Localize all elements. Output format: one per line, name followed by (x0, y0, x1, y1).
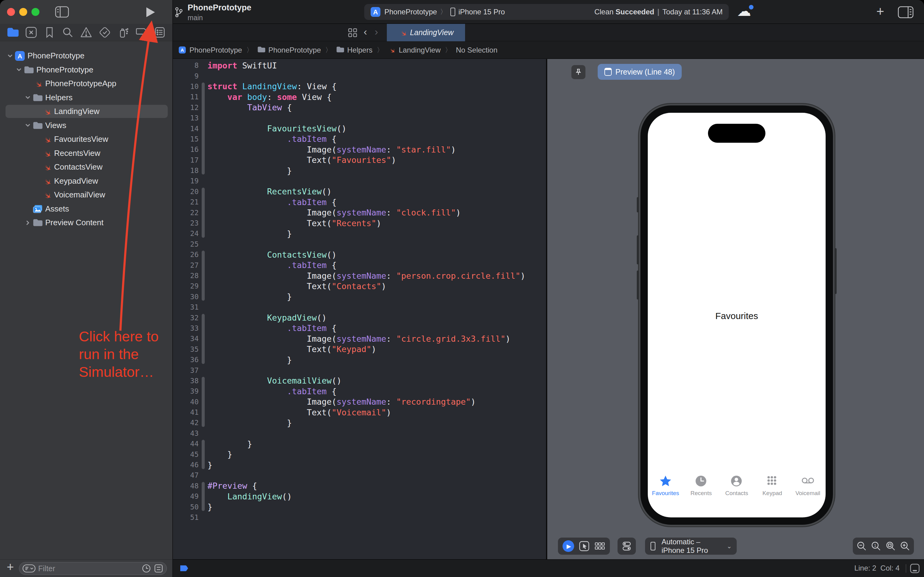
disclosure-chevron-icon[interactable] (24, 219, 32, 227)
recent-files-icon[interactable] (142, 564, 151, 573)
code-line-24[interactable]: 24} (173, 228, 546, 239)
zoom-in-button[interactable] (900, 541, 911, 552)
breadcrumb-item-landingview[interactable]: LandingView (388, 46, 441, 55)
code-line-33[interactable]: 33.tabItem { (173, 323, 546, 334)
code-line-39[interactable]: 39.tabItem { (173, 386, 546, 396)
tab-landingview[interactable]: LandingView (387, 24, 465, 41)
code-line-19[interactable]: 19 (173, 176, 546, 186)
pin-preview-button[interactable] (571, 65, 586, 79)
live-preview-button[interactable]: ▶ (563, 540, 574, 552)
preview-device-selector[interactable]: Automatic – iPhone 15 Pro ⌄ (645, 538, 737, 555)
ios-tab-keypad[interactable]: Keypad (754, 475, 790, 501)
related-items-icon[interactable] (348, 28, 357, 38)
breadcrumb-item-no-selection[interactable]: No Selection (456, 46, 497, 55)
code-line-22[interactable]: 22Image(systemName: "clock.fill") (173, 207, 546, 218)
code-line-8[interactable]: 8import SwiftUI (173, 60, 546, 71)
code-line-18[interactable]: 18} (173, 165, 546, 176)
filter-field[interactable]: Filter (19, 562, 167, 575)
scheme-app-name[interactable]: PhonePrototype (385, 8, 437, 16)
sidebar-item-landingview[interactable]: LandingView (0, 105, 173, 118)
disclosure-chevron-icon[interactable] (24, 93, 32, 102)
statusbar-device-icon[interactable] (909, 563, 921, 574)
code-line-14[interactable]: 14FavouritesView() (173, 123, 546, 134)
sidebar-item-phoneprototype[interactable]: APhonePrototype (0, 49, 173, 63)
zoom-out-button[interactable] (856, 541, 867, 552)
code-line-46[interactable]: 46} (173, 459, 546, 470)
code-line-13[interactable]: 13 (173, 113, 546, 123)
code-line-47[interactable]: 47 (173, 470, 546, 480)
run-play-button[interactable] (145, 7, 156, 18)
selectable-mode-button[interactable] (579, 541, 590, 552)
sidebar-item-recentsview[interactable]: RecentsView (0, 147, 173, 160)
code-line-38[interactable]: 38VoicemailView() (173, 376, 546, 386)
code-line-20[interactable]: 20RecentsView() (173, 187, 546, 197)
library-add-button[interactable]: + (876, 4, 884, 19)
code-line-50[interactable]: 50} (173, 501, 546, 512)
code-line-37[interactable]: 37 (173, 365, 546, 375)
code-line-51[interactable]: 51 (173, 512, 546, 522)
sidebar-item-voicemailview[interactable]: VoicemailView (0, 188, 173, 202)
code-line-21[interactable]: 21.tabItem { (173, 197, 546, 207)
preview-pill-button[interactable]: Preview (Line 48) (598, 64, 682, 80)
build-status[interactable]: Clean Succeeded|Today at 11:36 AM (594, 8, 723, 16)
inspector-toggle-icon[interactable] (898, 6, 914, 18)
code-lines[interactable]: 8import SwiftUI910struct LandingView: Vi… (173, 60, 546, 522)
close-button[interactable] (7, 8, 15, 16)
find-navigator-icon[interactable] (62, 26, 74, 39)
code-line-41[interactable]: 41Text("Voicemail") (173, 407, 546, 417)
sidebar-item-preview-content[interactable]: Preview Content (0, 216, 173, 229)
device-settings-button[interactable] (621, 541, 632, 552)
variants-grid-button[interactable] (594, 541, 605, 552)
sidebar-item-views[interactable]: Views (0, 119, 173, 132)
ios-tab-favourites[interactable]: Favourites (648, 475, 683, 501)
scheme-device-name[interactable]: iPhone 15 Pro (458, 8, 505, 16)
code-line-17[interactable]: 17Text("Favourites") (173, 155, 546, 165)
breadcrumb-item-helpers[interactable]: Helpers (336, 46, 372, 55)
sidebar-item-assets[interactable]: Assets (0, 202, 173, 216)
forward-chevron[interactable]: › (375, 26, 378, 38)
sidebar-item-keypadview[interactable]: KeypadView (0, 174, 173, 188)
code-line-42[interactable]: 42} (173, 417, 546, 428)
code-line-49[interactable]: 49LandingView() (173, 491, 546, 501)
breadcrumb-item-phoneprototype[interactable]: APhonePrototype (179, 46, 242, 55)
project-navigator-icon[interactable] (7, 26, 19, 39)
ios-tab-voicemail[interactable]: Voicemail (790, 475, 826, 501)
breakpoint-tag-icon[interactable] (180, 565, 189, 572)
code-line-25[interactable]: 25 (173, 239, 546, 249)
code-line-30[interactable]: 30} (173, 292, 546, 302)
zoom-fit-button[interactable] (885, 541, 896, 552)
ios-tab-contacts[interactable]: Contacts (719, 475, 754, 501)
code-line-12[interactable]: 12TabView { (173, 102, 546, 113)
code-editor[interactable]: 8import SwiftUI910struct LandingView: Vi… (173, 59, 546, 559)
code-line-32[interactable]: 32KeypadView() (173, 312, 546, 323)
sidebar-item-phoneprototype[interactable]: PhonePrototype (0, 63, 173, 77)
sidebar-item-helpers[interactable]: Helpers (0, 91, 173, 105)
zoom-button[interactable] (31, 8, 39, 16)
debug-navigator-icon[interactable] (117, 26, 129, 39)
issues-navigator-icon[interactable] (80, 26, 92, 39)
sidebar-item-contactsview[interactable]: ContactsView (0, 160, 173, 174)
code-line-16[interactable]: 16Image(systemName: "star.fill") (173, 144, 546, 155)
code-line-15[interactable]: 15.tabItem { (173, 134, 546, 144)
back-chevron[interactable]: ‹ (364, 26, 367, 38)
code-line-26[interactable]: 26ContactsView() (173, 249, 546, 260)
ios-tab-recents[interactable]: Recents (683, 475, 719, 501)
cloud-status-icon[interactable]: ☁ (737, 2, 755, 20)
code-line-23[interactable]: 23Text("Recents") (173, 218, 546, 228)
breakpoints-navigator-icon[interactable] (135, 26, 148, 39)
zoom-100-button[interactable]: 1 (871, 541, 882, 552)
add-file-button[interactable]: + (7, 560, 14, 574)
source-control-icon[interactable] (25, 26, 37, 39)
minimize-button[interactable] (19, 8, 27, 16)
code-line-40[interactable]: 40Image(systemName: "recordingtape") (173, 397, 546, 407)
code-line-28[interactable]: 28Image(systemName: "person.crop.circle.… (173, 271, 546, 281)
sidebar-toggle-icon[interactable] (55, 6, 69, 18)
code-line-34[interactable]: 34Image(systemName: "circle.grid.3x3.fil… (173, 334, 546, 344)
disclosure-chevron-icon[interactable] (24, 121, 32, 129)
code-line-45[interactable]: 45} (173, 449, 546, 459)
code-line-35[interactable]: 35Text("Keypad") (173, 344, 546, 355)
disclosure-chevron-icon[interactable] (6, 52, 14, 60)
scheme-and-status-pill[interactable]: A PhonePrototype 〉 iPhone 15 Pro Clean S… (364, 4, 729, 20)
scm-status-filter-icon[interactable] (154, 564, 163, 573)
sidebar-item-phoneprototypeapp[interactable]: PhonePrototypeApp (0, 77, 173, 90)
